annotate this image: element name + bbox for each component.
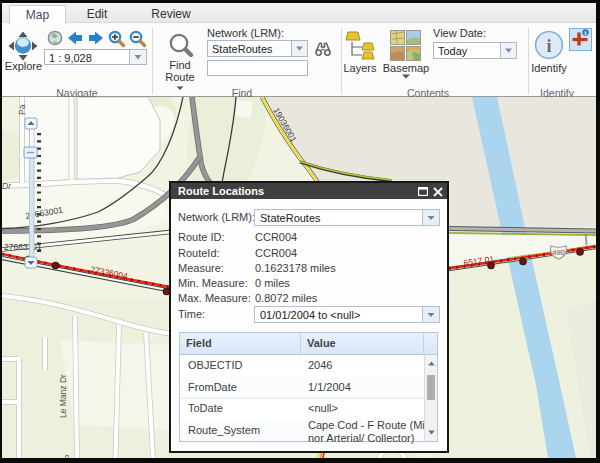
svg-text:490: 490: [552, 248, 565, 257]
svg-text:Le Manz Dr: Le Manz Dr: [58, 374, 68, 418]
svg-text:i: i: [585, 29, 587, 36]
svg-text:27663101: 27663101: [4, 242, 42, 252]
svg-text:Dr: Dr: [2, 181, 12, 191]
svg-text:Pa: Pa: [17, 104, 27, 115]
svg-text:i: i: [546, 36, 551, 56]
